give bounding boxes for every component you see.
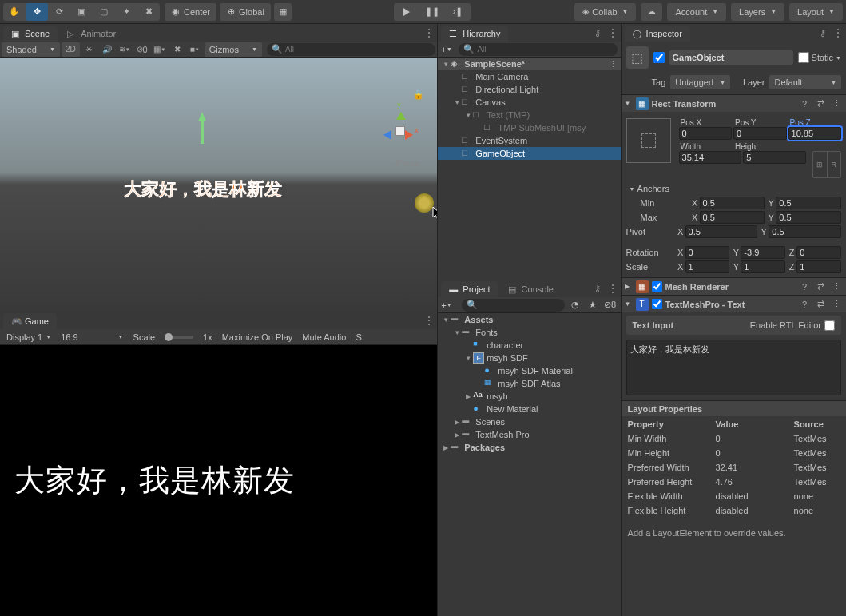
- play-button[interactable]: [394, 3, 419, 21]
- preset-icon[interactable]: ⇄: [814, 299, 827, 309]
- scl-z-input[interactable]: 1: [796, 260, 841, 273]
- project-create-dropdown[interactable]: +▼: [441, 299, 459, 312]
- rotate-tool[interactable]: ⟳: [48, 3, 70, 21]
- hierarchy-item[interactable]: ▼Text (TMP): [438, 109, 620, 121]
- scene-search[interactable]: 🔍: [267, 43, 435, 56]
- camera-icon[interactable]: ■▼: [187, 42, 203, 57]
- tmp-enable[interactable]: [652, 299, 662, 309]
- hierarchy-item[interactable]: TMP SubMeshUI [msy: [438, 121, 620, 134]
- inspector-lock[interactable]: ⚷: [817, 27, 828, 38]
- max-x-input[interactable]: 0.5: [700, 211, 765, 224]
- tools-icon[interactable]: ✖: [169, 42, 185, 57]
- layers-dropdown[interactable]: Layers▼: [731, 3, 784, 21]
- rot-z-input[interactable]: 0: [796, 246, 841, 259]
- tag-dropdown[interactable]: Untagged▼: [670, 75, 730, 89]
- project-item[interactable]: ▶TextMesh Pro: [438, 428, 620, 441]
- project-panel-menu[interactable]: ⋮: [607, 282, 618, 295]
- min-x-input[interactable]: 0.5: [700, 197, 765, 209]
- inspector-panel-menu[interactable]: ⋮: [832, 26, 843, 39]
- scale-tool[interactable]: ▣: [70, 3, 93, 21]
- project-item[interactable]: character: [438, 339, 620, 352]
- expand-icon[interactable]: ▼: [452, 329, 462, 336]
- fold-icon[interactable]: ▼: [625, 100, 633, 107]
- scene-root-row[interactable]: ▼ ◈ SampleScene* ⋮: [438, 58, 620, 70]
- scene-menu[interactable]: ⋮: [609, 59, 618, 70]
- audio-toggle[interactable]: 🔊: [99, 42, 115, 57]
- scene-panel-menu[interactable]: ⋮: [423, 26, 434, 39]
- mesh-renderer-enable[interactable]: [652, 281, 662, 292]
- project-search-input[interactable]: [480, 300, 559, 309]
- hierarchy-search[interactable]: 🔍: [459, 43, 617, 56]
- expand-icon[interactable]: ▼: [452, 99, 462, 106]
- fold-icon[interactable]: ▶: [625, 283, 633, 290]
- max-y-input[interactable]: 0.5: [776, 211, 841, 224]
- static-toggle[interactable]: Static▼: [798, 52, 841, 63]
- hierarchy-item[interactable]: EventSystem: [438, 134, 620, 147]
- expand-icon[interactable]: ▼: [441, 316, 451, 324]
- game-viewport[interactable]: 大家好，我是林新发: [0, 345, 437, 616]
- rtl-checkbox[interactable]: [824, 320, 835, 331]
- gameobject-name-input[interactable]: [669, 50, 793, 65]
- layer-dropdown[interactable]: Default▼: [769, 75, 841, 89]
- component-menu[interactable]: ⋮: [830, 281, 843, 292]
- project-search[interactable]: 🔍: [462, 299, 564, 312]
- maximize-toggle[interactable]: Maximize On Play: [219, 332, 296, 342]
- expand-icon[interactable]: ▶: [452, 431, 462, 439]
- hierarchy-panel-menu[interactable]: ⋮: [607, 26, 618, 39]
- blueprint-raw-toggle[interactable]: ⊞R: [812, 151, 841, 178]
- project-item[interactable]: ▶Scenes: [438, 415, 620, 428]
- create-dropdown[interactable]: +▼: [441, 43, 459, 56]
- lighting-toggle[interactable]: ☀: [81, 42, 97, 57]
- mesh-renderer-header[interactable]: ▶ ▦ Mesh Renderer ? ⇄ ⋮: [622, 277, 846, 295]
- posy-input[interactable]: 0: [733, 127, 786, 140]
- component-menu[interactable]: ⋮: [830, 98, 843, 109]
- orientation-gizmo[interactable]: x y: [375, 105, 426, 157]
- project-item[interactable]: msyh SDF Atlas: [438, 377, 620, 390]
- expand-icon[interactable]: ▶: [463, 393, 473, 400]
- hand-tool[interactable]: ✋: [3, 3, 26, 21]
- scl-x-input[interactable]: 1: [685, 260, 730, 273]
- fold-icon[interactable]: ▼: [625, 300, 633, 308]
- posx-input[interactable]: 0: [679, 127, 732, 140]
- rect-tool[interactable]: ▢: [93, 3, 115, 21]
- pivot-global-toggle[interactable]: ⊕Global: [220, 3, 271, 21]
- pause-button[interactable]: ❚❚: [419, 3, 445, 21]
- packages-root[interactable]: ▶ Packages: [438, 441, 620, 454]
- aspect-dropdown[interactable]: 16:9▼: [58, 332, 126, 342]
- hierarchy-item[interactable]: Directional Light: [438, 83, 620, 96]
- width-input[interactable]: 35.14: [679, 151, 742, 164]
- expand-icon[interactable]: ▼: [463, 355, 473, 362]
- scale-slider[interactable]: [165, 336, 193, 339]
- assets-root[interactable]: ▼ Assets: [438, 313, 620, 326]
- hidden-toggle[interactable]: ⊘8: [603, 300, 618, 310]
- expand-icon[interactable]: ▼: [441, 61, 451, 68]
- help-icon[interactable]: ?: [798, 99, 811, 109]
- 2d-toggle[interactable]: 2D: [62, 42, 80, 57]
- posz-input[interactable]: 10.85: [788, 127, 841, 140]
- project-item[interactable]: ▶msyh: [438, 390, 620, 403]
- mute-toggle[interactable]: Mute Audio: [299, 332, 349, 342]
- hierarchy-item[interactable]: GameObject: [438, 147, 620, 160]
- fx-toggle[interactable]: ≋▼: [117, 42, 133, 57]
- snap-toggle[interactable]: ▦: [274, 3, 292, 21]
- hidden-objects[interactable]: ⊘0: [134, 42, 150, 57]
- preset-icon[interactable]: ⇄: [814, 281, 827, 292]
- height-input[interactable]: 5: [743, 151, 806, 164]
- anchor-preset-button[interactable]: [626, 118, 671, 163]
- scl-y-input[interactable]: 1: [741, 260, 785, 273]
- hierarchy-search-input[interactable]: [477, 45, 612, 54]
- collab-dropdown[interactable]: ◈Collab▼: [574, 3, 636, 21]
- custom-tool[interactable]: ✖: [137, 3, 160, 21]
- hierarchy-item[interactable]: ▼Canvas: [438, 96, 620, 109]
- tmp-text-input[interactable]: [626, 340, 841, 395]
- account-dropdown[interactable]: Account▼: [667, 3, 726, 21]
- project-item[interactable]: ▼msyh SDF: [438, 352, 620, 364]
- scene-viewport[interactable]: 大家好，我是林新发 🔒 x y ◁Persp: [0, 58, 437, 312]
- perspective-label[interactable]: ◁Persp: [391, 158, 420, 168]
- filter-by-type[interactable]: ◔: [568, 300, 582, 310]
- tab-console[interactable]: ▤Console: [500, 281, 562, 297]
- pivot-x-input[interactable]: 0.5: [685, 225, 758, 238]
- preset-icon[interactable]: ⇄: [814, 98, 827, 109]
- tmp-header[interactable]: ▼ T TextMeshPro - Text ? ⇄ ⋮: [622, 295, 846, 312]
- pivot-center-toggle[interactable]: ◉Center: [165, 3, 216, 21]
